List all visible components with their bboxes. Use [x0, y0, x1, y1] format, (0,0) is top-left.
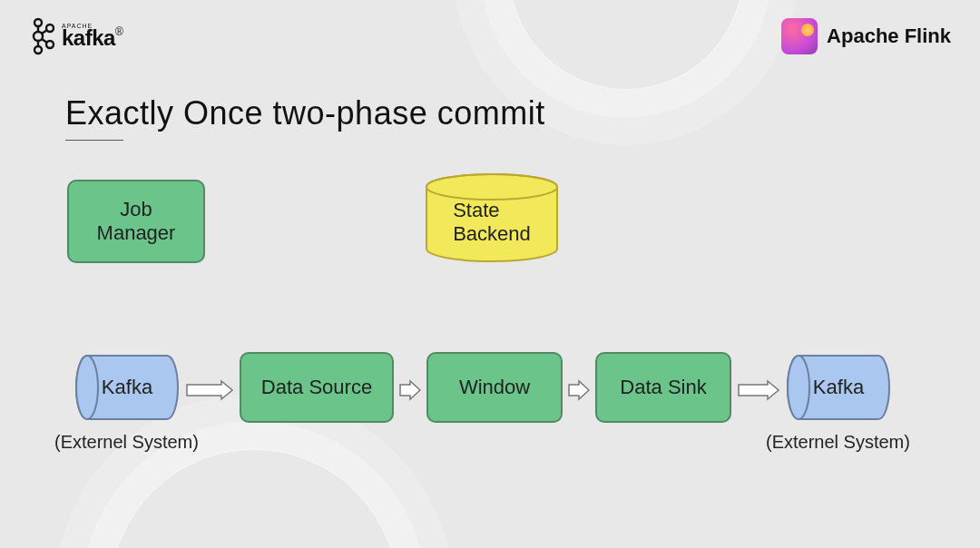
page-title: Exactly Once two-phase commit — [65, 94, 545, 132]
registered-mark: ® — [115, 25, 123, 38]
state-backend-label: State Backend — [453, 199, 531, 246]
svg-point-1 — [34, 32, 43, 41]
kafka-icon — [29, 16, 56, 56]
kafka-source-label: Kafka — [102, 376, 152, 399]
svg-point-2 — [34, 46, 42, 54]
header: APACHE kafka® Apache Flink — [0, 16, 980, 56]
arrow-source-to-window — [399, 379, 421, 401]
svg-line-8 — [42, 39, 47, 43]
background-ring-bottom — [109, 448, 399, 548]
flink-squirrel-icon — [781, 18, 818, 54]
window-label: Window — [459, 376, 530, 399]
arrow-sink-to-kafka — [737, 379, 780, 401]
svg-line-7 — [42, 30, 47, 34]
flink-wordmark: Apache Flink — [827, 24, 951, 48]
kafka-sink-label: Kafka — [813, 376, 864, 399]
state-backend-cylinder: State Backend — [425, 172, 559, 263]
flink-logo: Apache Flink — [781, 18, 951, 54]
data-sink-label: Data Sink — [620, 376, 706, 399]
job-manager-label: Job Manager — [97, 198, 176, 246]
job-manager-box: Job Manager — [67, 180, 205, 263]
data-source-label: Data Source — [261, 376, 372, 399]
kafka-wordmark: kafka — [62, 25, 115, 50]
title-underline — [65, 140, 123, 141]
external-system-caption-right: (Externel System) — [766, 432, 910, 453]
data-source-box: Data Source — [240, 352, 394, 423]
kafka-sink-cylinder: Kafka — [786, 354, 891, 421]
window-box: Window — [426, 352, 563, 423]
kafka-source-cylinder: Kafka — [74, 354, 180, 421]
kafka-logo: APACHE kafka® — [29, 16, 123, 56]
external-system-caption-left: (Externel System) — [54, 432, 199, 453]
data-sink-box: Data Sink — [595, 352, 731, 423]
svg-point-0 — [34, 19, 42, 26]
arrow-window-to-sink — [568, 379, 590, 401]
svg-point-14 — [788, 356, 809, 419]
arrow-kafka-to-source — [185, 379, 234, 401]
svg-point-12 — [76, 356, 98, 419]
